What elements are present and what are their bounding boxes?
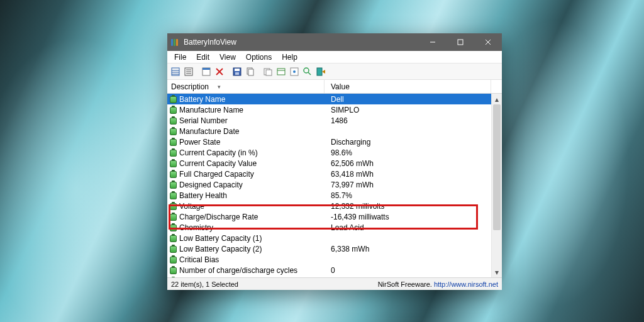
list-area: Battery NameDellManufacture NameSIMPLOSe… — [167, 94, 502, 277]
cell-description-text: Low Battery Capacity (2) — [179, 245, 262, 253]
toolbar-view-list-icon[interactable] — [183, 66, 194, 77]
close-button[interactable] — [474, 33, 502, 51]
status-link[interactable]: NirSoft Freeware. http://www.nirsoft.net — [378, 280, 498, 288]
battery-icon — [170, 148, 177, 157]
toolbar-find-icon[interactable] — [302, 66, 313, 77]
battery-icon — [170, 245, 177, 253]
titlebar[interactable]: BatteryInfoView — [167, 33, 502, 51]
cell-description-text: Designed Capacity — [179, 180, 243, 189]
maximize-button[interactable] — [447, 33, 474, 51]
column-header-row: Description ▾ Value — [167, 80, 502, 94]
cell-description: Full Charged Capacity — [167, 169, 325, 179]
cell-value: 62,506 mWh — [325, 159, 491, 168]
toolbar-copy-row-icon[interactable] — [262, 66, 274, 77]
status-count: 22 item(s), 1 Selected — [171, 280, 238, 288]
svg-rect-13 — [203, 68, 210, 70]
cell-value: 63,418 mWh — [325, 170, 491, 179]
table-row[interactable]: Battery NameDell — [167, 94, 491, 104]
cell-description-text: Current Capacity (in %) — [179, 148, 258, 157]
svg-rect-20 — [248, 69, 253, 75]
column-header-description[interactable]: Description ▾ — [167, 80, 325, 93]
cell-description-text: Chemistry — [179, 223, 213, 232]
cell-description: Power State — [167, 136, 325, 147]
battery-icon — [170, 234, 177, 242]
battery-icon — [170, 138, 177, 146]
cell-value: 98.6% — [325, 148, 491, 157]
menubar: File Edit View Options Help — [167, 51, 502, 64]
cell-description: Chemistry — [167, 222, 325, 233]
vertical-scrollbar[interactable]: ▴ ▾ — [491, 94, 502, 277]
battery-icon — [170, 116, 177, 125]
battery-icon — [170, 202, 177, 210]
cell-value: Dell — [325, 95, 491, 104]
table-row[interactable]: Number of charge/discharge cycles0 — [167, 265, 491, 275]
toolbar-copy-icon[interactable] — [245, 66, 256, 77]
table-row[interactable]: Current Capacity (in %)98.6% — [167, 147, 491, 158]
cell-description: Number of charge/discharge cycles — [167, 265, 325, 275]
svg-rect-23 — [277, 69, 285, 75]
svg-rect-18 — [235, 72, 239, 75]
battery-icon — [170, 191, 177, 199]
cell-description-text: Full Charged Capacity — [179, 170, 254, 179]
toolbar-properties-icon[interactable] — [201, 66, 212, 77]
cell-description: Serial Number — [167, 115, 325, 126]
cell-description: Manufacture Name — [167, 104, 325, 115]
table-row[interactable]: Battery Temperature — [167, 275, 491, 277]
column-header-value[interactable]: Value — [325, 80, 491, 93]
table-row[interactable]: Critical Bias — [167, 254, 491, 265]
menu-options[interactable]: Options — [242, 52, 276, 62]
minimize-button[interactable] — [419, 33, 447, 51]
cell-description-text: Low Battery Capacity (1) — [179, 234, 262, 243]
menu-view[interactable]: View — [215, 52, 240, 62]
toolbar-save-icon[interactable] — [231, 66, 243, 77]
battery-icon — [170, 95, 177, 103]
column-header-description-label: Description — [171, 82, 209, 91]
cell-value: 6,338 mWh — [325, 245, 491, 253]
table-row[interactable]: Low Battery Capacity (2)6,338 mWh — [167, 243, 491, 254]
table-row[interactable]: Charge/Discharge Rate-16,439 milliwatts — [167, 211, 491, 222]
cell-description-text: Number of charge/discharge cycles — [179, 266, 297, 275]
toolbar-refresh-icon[interactable] — [275, 66, 287, 77]
cell-description: Manufacture Date — [167, 126, 325, 136]
table-row[interactable]: Full Charged Capacity63,418 mWh — [167, 169, 491, 179]
toolbar-options-icon[interactable] — [289, 66, 300, 77]
menu-edit[interactable]: Edit — [192, 52, 214, 62]
svg-rect-29 — [317, 68, 322, 75]
table-row[interactable]: Designed Capacity73,997 mWh — [167, 179, 491, 190]
table-row[interactable]: Current Capacity Value62,506 mWh — [167, 158, 491, 169]
table-row[interactable]: Power StateDischarging — [167, 136, 491, 147]
toolbar-delete-icon[interactable] — [214, 66, 225, 77]
toolbar-view-details-icon[interactable] — [170, 66, 181, 77]
menu-file[interactable]: File — [170, 52, 191, 62]
table-row[interactable]: Serial Number1486 — [167, 115, 491, 126]
cell-description: Critical Bias — [167, 254, 325, 265]
battery-icon — [170, 277, 177, 277]
status-link-url: http://www.nirsoft.net — [434, 280, 498, 288]
scroll-thumb[interactable] — [493, 104, 501, 230]
cell-description: Designed Capacity — [167, 179, 325, 190]
cell-value: -16,439 milliwatts — [325, 213, 491, 221]
cell-description: Current Capacity (in %) — [167, 147, 325, 158]
toolbar-exit-icon[interactable] — [315, 66, 326, 77]
statusbar: 22 item(s), 1 Selected NirSoft Freeware.… — [167, 277, 502, 290]
cell-description: Battery Name — [167, 94, 325, 104]
sort-indicator-icon: ▾ — [218, 84, 221, 90]
table-row[interactable]: Manufacture Date — [167, 126, 491, 136]
cell-value: 85.7% — [325, 191, 491, 200]
table-row[interactable]: Battery Health85.7% — [167, 190, 491, 201]
cell-description-text: Current Capacity Value — [179, 159, 257, 168]
table-row[interactable]: Low Battery Capacity (1) — [167, 233, 491, 243]
scroll-up-icon[interactable]: ▴ — [492, 94, 502, 104]
cell-description: Low Battery Capacity (1) — [167, 233, 325, 243]
table-row[interactable]: Manufacture NameSIMPLO — [167, 104, 491, 115]
list-rows: Battery NameDellManufacture NameSIMPLOSe… — [167, 94, 491, 277]
table-row[interactable]: Voltage12,332 millivolts — [167, 201, 491, 211]
cell-value: 12,332 millivolts — [325, 202, 491, 211]
scroll-down-icon[interactable]: ▾ — [492, 267, 502, 277]
menu-help[interactable]: Help — [277, 52, 302, 62]
svg-point-26 — [293, 70, 296, 73]
cell-description: Low Battery Capacity (2) — [167, 243, 325, 254]
cell-description: Voltage — [167, 201, 325, 211]
table-row[interactable]: ChemistryLead Acid — [167, 222, 491, 233]
cell-value: 73,997 mWh — [325, 180, 491, 189]
